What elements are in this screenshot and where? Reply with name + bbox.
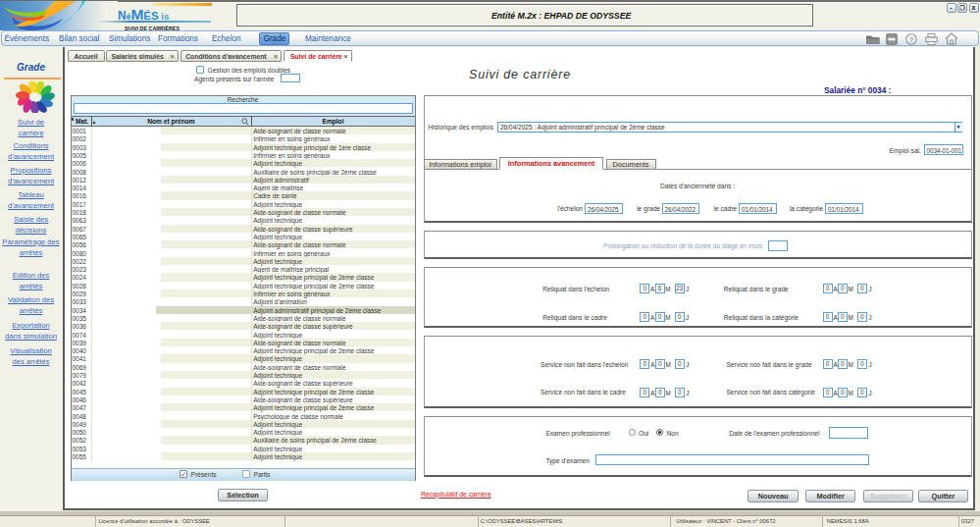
svg-text:?: ? [909, 34, 914, 43]
